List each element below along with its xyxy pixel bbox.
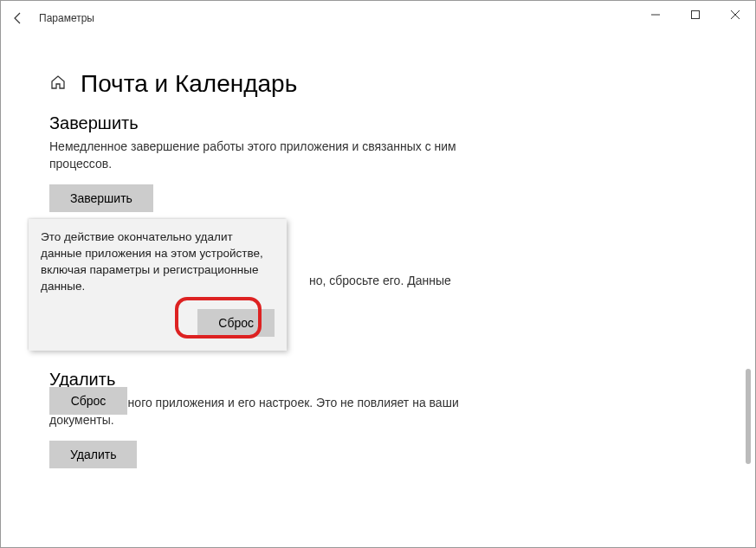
- close-button[interactable]: [715, 1, 755, 29]
- scrollbar[interactable]: [741, 35, 753, 545]
- page-header: Почта и Календарь: [49, 70, 707, 98]
- svg-rect-1: [692, 11, 700, 19]
- remove-button[interactable]: Удалить: [49, 441, 137, 468]
- remove-title: Удалить: [49, 370, 707, 390]
- terminate-desc: Немедленное завершение работы этого прил…: [49, 139, 482, 172]
- flyout-text: Это действие окончательно удалит данные …: [41, 229, 275, 295]
- maximize-button[interactable]: [675, 1, 715, 29]
- minimize-button[interactable]: [636, 1, 675, 29]
- home-icon[interactable]: [49, 74, 67, 94]
- reset-desc-partial: но, сбросьте его. Данные: [309, 274, 451, 287]
- titlebar: Параметры: [1, 1, 755, 35]
- back-button[interactable]: [1, 1, 36, 35]
- remove-section: Удалить Удаление данного приложения и ег…: [49, 370, 707, 468]
- terminate-button[interactable]: Завершить: [49, 184, 153, 212]
- terminate-section: Завершить Немедленное завершение работы …: [49, 113, 707, 212]
- window-controls: [636, 1, 755, 29]
- reset-button[interactable]: Сброс: [49, 387, 127, 415]
- terminate-title: Завершить: [49, 113, 707, 133]
- minimize-icon: [651, 10, 660, 19]
- close-icon: [731, 10, 740, 19]
- maximize-icon: [691, 10, 700, 19]
- window-title: Параметры: [39, 12, 94, 24]
- arrow-left-icon: [11, 11, 25, 25]
- page-title: Почта и Календарь: [81, 70, 297, 98]
- scrollbar-thumb[interactable]: [746, 369, 751, 464]
- confirm-flyout: Это действие окончательно удалит данные …: [29, 219, 287, 351]
- flyout-confirm-button[interactable]: Сброс: [197, 309, 275, 337]
